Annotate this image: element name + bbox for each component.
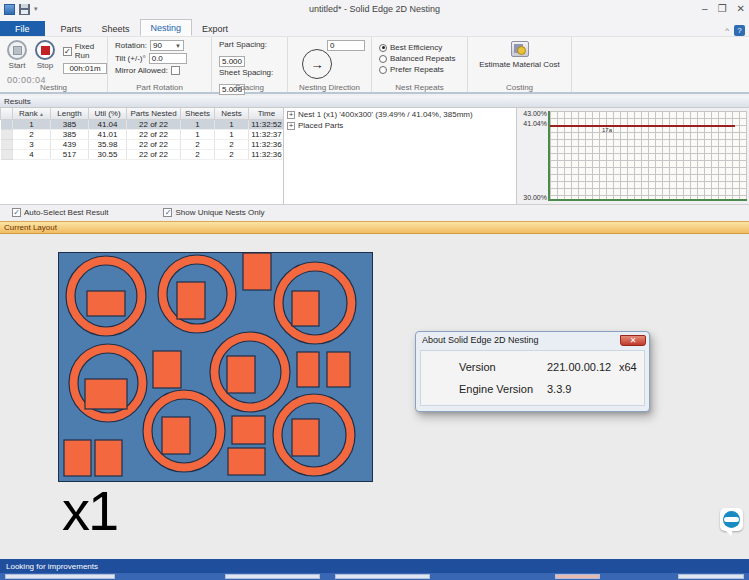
tab-export[interactable]: Export bbox=[192, 21, 238, 36]
radio-balanced-repeats[interactable]: Balanced Repeats bbox=[379, 54, 460, 63]
tab-nesting[interactable]: Nesting bbox=[140, 19, 193, 36]
about-dialog-title: About Solid Edge 2D Nesting bbox=[422, 335, 539, 345]
results-table-header-row[interactable]: Rank ▲LengthUtil (%)Parts NestedSheetsNe… bbox=[1, 108, 285, 119]
fixed-run-checkbox-box bbox=[63, 47, 72, 56]
table-cell: 2 bbox=[215, 149, 249, 159]
auto-select-best-result-label: Auto-Select Best Result bbox=[24, 208, 108, 217]
close-button[interactable]: ✕ bbox=[737, 3, 745, 15]
fixed-run-duration-input[interactable]: 00h:01m bbox=[63, 63, 107, 74]
expand-icon[interactable]: + bbox=[287, 122, 295, 130]
version-label: Version bbox=[459, 361, 547, 373]
restore-button[interactable]: ❐ bbox=[718, 3, 727, 15]
table-cell: 22 of 22 bbox=[127, 139, 181, 149]
ribbon-group-part-rotation: Rotation: 90 ▼ Tilt (+/-)° 0.0 Mirror Al… bbox=[108, 37, 212, 92]
table-row[interactable]: 238541.0122 of 221111:32:37 bbox=[1, 129, 285, 139]
row-selector[interactable] bbox=[1, 139, 13, 149]
start-icon bbox=[7, 40, 27, 60]
mirror-allowed-checkbox[interactable] bbox=[171, 66, 180, 75]
about-dialog-titlebar[interactable]: About Solid Edge 2D Nesting ✕ bbox=[416, 332, 649, 348]
help-icon[interactable]: ? bbox=[734, 25, 745, 36]
results-panel-header[interactable]: Results bbox=[0, 96, 749, 108]
fixed-run-checkbox[interactable]: Fixed Run bbox=[63, 42, 107, 60]
ribbon-group-nest-repeats: Best EfficiencyBalanced RepeatsPrefer Re… bbox=[372, 37, 468, 92]
tree-item[interactable]: +Placed Parts bbox=[287, 121, 516, 130]
tilt-input[interactable]: 0.0 bbox=[149, 53, 187, 64]
rotation-dropdown[interactable]: 90 ▼ bbox=[150, 40, 184, 51]
current-layout-header[interactable]: Current Layout bbox=[0, 221, 749, 234]
radio-best-efficiency[interactable]: Best Efficiency bbox=[379, 43, 460, 52]
table-cell: 11:32:36 bbox=[249, 139, 285, 149]
tab-file[interactable]: File bbox=[0, 21, 45, 36]
expand-icon[interactable]: + bbox=[287, 111, 295, 119]
sheet-multiplier-label: x1 bbox=[62, 478, 117, 543]
column-header-util-[interactable]: Util (%) bbox=[89, 108, 127, 119]
column-header-rank[interactable]: Rank ▲ bbox=[13, 108, 51, 119]
table-cell: 4 bbox=[13, 149, 51, 159]
tab-parts[interactable]: Parts bbox=[51, 21, 92, 36]
utilization-line-annotation: 17a bbox=[602, 127, 612, 133]
column-header-time[interactable]: Time bbox=[249, 108, 285, 119]
table-cell: 2 bbox=[215, 139, 249, 149]
ribbon-group-costing: Estimate Material Cost Costing bbox=[468, 37, 572, 92]
table-cell: 22 of 22 bbox=[127, 149, 181, 159]
tab-bar-tabs: FilePartsSheetsNestingExport bbox=[0, 19, 238, 36]
radio-label: Balanced Repeats bbox=[390, 54, 455, 63]
stop-button[interactable]: Stop bbox=[35, 40, 55, 74]
part-spacing-label: Part Spacing: bbox=[219, 40, 280, 49]
ribbon-group-nesting-direction: 0 → Nesting Direction bbox=[288, 37, 372, 92]
stop-icon bbox=[35, 40, 55, 60]
chart-grid: 17a bbox=[548, 111, 747, 201]
fixed-run-label: Fixed Run bbox=[75, 42, 107, 60]
tab-sheets[interactable]: Sheets bbox=[92, 21, 140, 36]
estimate-material-cost-button[interactable]: Estimate Material Cost bbox=[475, 41, 564, 69]
table-cell: 2 bbox=[181, 139, 215, 149]
column-header-nests[interactable]: Nests bbox=[215, 108, 249, 119]
table-row[interactable]: 343935.9822 of 222211:32:36 bbox=[1, 139, 285, 149]
column-header-sheets[interactable]: Sheets bbox=[181, 108, 215, 119]
show-unique-nests-checkbox[interactable]: Show Unique Nests Only bbox=[163, 208, 264, 217]
radio-icon bbox=[379, 55, 387, 63]
nesting-direction-input[interactable]: 0 bbox=[327, 40, 365, 51]
sheet-spacing-label: Sheet Spacing: bbox=[219, 68, 280, 77]
utilization-chart: 43.00% 41.04% 30.00% 17a bbox=[517, 108, 749, 204]
row-selector[interactable] bbox=[1, 149, 13, 159]
ribbon-group-spacing: Part Spacing: 5.000 Sheet Spacing: 5.000… bbox=[212, 37, 288, 92]
radio-icon bbox=[379, 44, 387, 52]
teamviewer-icon[interactable] bbox=[720, 508, 743, 538]
taskbar-window-button[interactable] bbox=[678, 574, 744, 579]
table-cell: 30.55 bbox=[89, 149, 127, 159]
table-cell: 1 bbox=[13, 119, 51, 129]
engine-version-label: Engine Version bbox=[459, 383, 547, 395]
taskbar-window-button[interactable] bbox=[335, 574, 430, 579]
taskbar-window-button[interactable] bbox=[5, 574, 115, 579]
results-table: Rank ▲LengthUtil (%)Parts NestedSheetsNe… bbox=[0, 108, 284, 204]
table-cell: 1 bbox=[215, 119, 249, 129]
table-cell: 1 bbox=[215, 129, 249, 139]
window-title: untitled* - Solid Edge 2D Nesting bbox=[0, 4, 749, 14]
table-row[interactable]: 138541.0422 of 221111:32:52 bbox=[1, 119, 285, 129]
minimize-button[interactable]: – bbox=[702, 3, 708, 15]
radio-prefer-repeats[interactable]: Prefer Repeats bbox=[379, 65, 460, 74]
version-value: 221.00.00.12 bbox=[547, 361, 619, 373]
nest-repeats-options: Best EfficiencyBalanced RepeatsPrefer Re… bbox=[379, 43, 460, 74]
column-header-length[interactable]: Length bbox=[51, 108, 89, 119]
architecture-value: x64 bbox=[619, 361, 637, 373]
taskbar-window-button[interactable] bbox=[225, 574, 320, 579]
table-cell: 11:32:52 bbox=[249, 119, 285, 129]
column-header-parts-nested[interactable]: Parts Nested bbox=[127, 108, 181, 119]
auto-select-best-result-checkbox[interactable]: Auto-Select Best Result bbox=[12, 208, 108, 217]
layout-canvas[interactable]: x1 About Solid Edge 2D Nesting ✕ Version… bbox=[0, 234, 749, 559]
about-dialog-close-button[interactable]: ✕ bbox=[620, 335, 646, 346]
table-row[interactable]: 451730.5522 of 222211:32:36 bbox=[1, 149, 285, 159]
row-selector[interactable] bbox=[1, 129, 13, 139]
table-cell: 22 of 22 bbox=[127, 119, 181, 129]
taskbar-window-button[interactable] bbox=[555, 574, 600, 579]
collapse-ribbon-icon[interactable]: ^ bbox=[725, 26, 729, 35]
table-cell: 2 bbox=[181, 149, 215, 159]
tree-item[interactable]: +Nest 1 (x1) '400x300' (39.49% / 41.04%,… bbox=[287, 110, 516, 119]
nesting-direction-icon[interactable]: → bbox=[302, 49, 332, 79]
part-spacing-input[interactable]: 5.000 bbox=[219, 56, 245, 67]
start-button[interactable]: Start bbox=[7, 40, 27, 74]
radio-label: Prefer Repeats bbox=[390, 65, 444, 74]
row-selector[interactable] bbox=[1, 119, 13, 129]
